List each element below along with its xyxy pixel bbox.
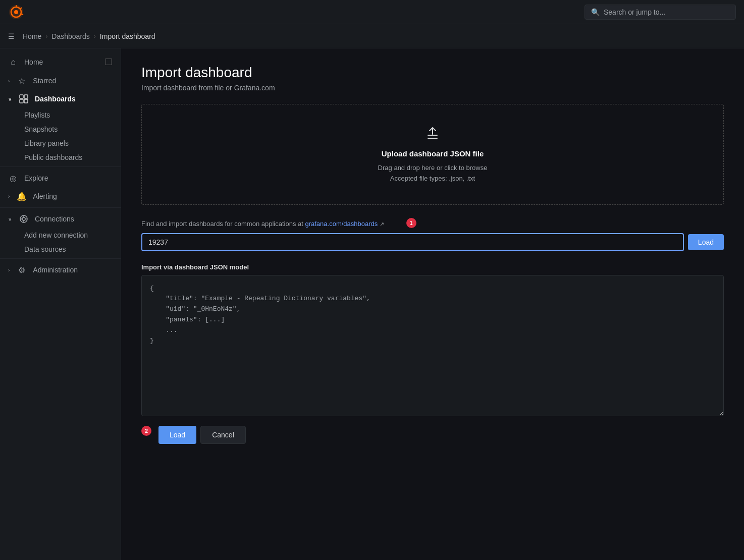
dashboards-icon — [19, 94, 29, 104]
find-import-label: Find and import dashboards for common ap… — [141, 219, 724, 229]
sidebar-label-administration: Administration — [33, 266, 78, 274]
star-icon: ☆ — [17, 76, 27, 86]
svg-rect-6 — [20, 95, 23, 98]
connections-icon — [19, 214, 29, 224]
sidebar-item-library-panels[interactable]: Library panels — [24, 136, 121, 150]
breadcrumb-current: Import dashboard — [100, 32, 155, 40]
dashboards-chevron-icon: ∨ — [8, 96, 12, 102]
sidebar-item-alerting[interactable]: › 🔔 Alerting — [0, 187, 121, 205]
action-row: 2 Load Cancel — [141, 426, 724, 444]
json-model-section: Import via dashboard JSON model { "title… — [141, 263, 724, 418]
upload-zone[interactable]: Upload dashboard JSON file Drag and drop… — [141, 104, 724, 205]
svg-rect-9 — [24, 99, 28, 103]
sidebar-submenu-dashboards: Playlists Snapshots Library panels Publi… — [0, 108, 121, 164]
sidebar-label-explore: Explore — [24, 174, 48, 182]
sidebar-item-connections[interactable]: ∨ Connections — [0, 210, 121, 228]
dashboard-id-input[interactable] — [141, 233, 684, 251]
sidebar: ⌂ Home ☐ › ☆ Starred ∨ Dashboards — [0, 48, 121, 560]
panel-toggle-icon[interactable]: ☐ — [104, 57, 113, 68]
svg-rect-18 — [428, 138, 438, 139]
main-content: Import dashboard Import dashboard from f… — [121, 48, 744, 560]
step-badge-1: 1 — [406, 218, 416, 228]
svg-point-11 — [22, 217, 25, 220]
upload-description: Drag and drop here or click to browse Ac… — [378, 163, 488, 184]
breadcrumb-home[interactable]: Home — [23, 32, 41, 40]
topbar-left — [8, 4, 24, 20]
explore-icon: ◎ — [8, 173, 18, 183]
starred-chevron-icon: › — [8, 78, 10, 84]
sidebar-label-add-new-connection: Add new connection — [24, 231, 88, 239]
sidebar-divider-3 — [0, 258, 121, 259]
sidebar-divider-2 — [0, 207, 121, 208]
sidebar-item-snapshots[interactable]: Snapshots — [24, 122, 121, 136]
sidebar-item-starred[interactable]: › ☆ Starred — [0, 72, 121, 90]
breadcrumb-dashboards[interactable]: Dashboards — [51, 32, 90, 40]
grafana-logo-icon — [8, 4, 24, 20]
find-import-section: Find and import dashboards for common ap… — [141, 219, 724, 251]
sidebar-label-snapshots: Snapshots — [24, 125, 58, 133]
json-model-label: Import via dashboard JSON model — [141, 263, 724, 271]
page-title: Import dashboard — [141, 65, 724, 81]
breadcrumb-bar: ☰ Home › Dashboards › Import dashboard — [0, 24, 744, 48]
connections-chevron-icon: ∨ — [8, 216, 12, 222]
sidebar-divider-1 — [0, 166, 121, 167]
sidebar-item-administration[interactable]: › ⚙ Administration — [0, 261, 121, 279]
sidebar-label-alerting: Alerting — [33, 192, 57, 200]
import-id-row: Load — [141, 233, 724, 251]
topbar: 🔍 Search or jump to... — [0, 0, 744, 24]
cancel-button[interactable]: Cancel — [200, 426, 246, 444]
alerting-chevron-icon: › — [8, 194, 10, 199]
sidebar-label-home: Home — [24, 58, 43, 66]
breadcrumb-sep-1: › — [45, 33, 47, 40]
sidebar-label-library-panels: Library panels — [24, 139, 69, 147]
sidebar-item-public-dashboards[interactable]: Public dashboards — [24, 150, 121, 164]
breadcrumb-sep-2: › — [94, 33, 96, 40]
sidebar-item-data-sources[interactable]: Data sources — [24, 242, 121, 256]
sidebar-item-dashboards[interactable]: ∨ Dashboards — [0, 90, 121, 108]
grafana-dashboards-link[interactable]: grafana.com/dashboards — [305, 220, 378, 228]
sidebar-item-playlists[interactable]: Playlists — [24, 108, 121, 122]
hamburger-menu-icon[interactable]: ☰ — [8, 32, 15, 40]
svg-rect-7 — [24, 95, 28, 98]
sidebar-label-connections: Connections — [35, 215, 74, 223]
sidebar-label-data-sources: Data sources — [24, 245, 66, 253]
search-bar[interactable]: 🔍 Search or jump to... — [584, 5, 736, 20]
sidebar-label-dashboards: Dashboards — [35, 95, 76, 103]
administration-chevron-icon: › — [8, 267, 10, 273]
upload-icon — [424, 125, 441, 144]
search-placeholder: Search or jump to... — [604, 8, 665, 16]
home-icon: ⌂ — [8, 57, 18, 67]
sidebar-item-add-new-connection[interactable]: Add new connection — [24, 228, 121, 242]
external-link-icon: ↗ — [380, 221, 384, 227]
search-icon: 🔍 — [591, 8, 600, 16]
layout: ⌂ Home ☐ › ☆ Starred ∨ Dashboards — [0, 48, 744, 560]
sidebar-label-public-dashboards: Public dashboards — [24, 153, 82, 161]
svg-rect-16 — [428, 135, 438, 136]
upload-desc-line2: Accepted file types: .json, .txt — [378, 174, 488, 184]
upload-desc-line1: Drag and drop here or click to browse — [378, 163, 488, 174]
svg-point-2 — [14, 10, 18, 14]
svg-rect-8 — [20, 99, 23, 103]
alerting-icon: 🔔 — [17, 191, 27, 201]
administration-icon: ⚙ — [17, 265, 27, 275]
load-button-inline[interactable]: Load — [688, 234, 724, 250]
upload-title: Upload dashboard JSON file — [382, 149, 484, 158]
sidebar-item-home[interactable]: ⌂ Home ☐ — [0, 52, 121, 72]
sidebar-item-explore[interactable]: ◎ Explore — [0, 169, 121, 187]
sidebar-label-playlists: Playlists — [24, 111, 50, 119]
svg-line-5 — [21, 14, 23, 15]
json-model-textarea[interactable]: { "title": "Example - Repeating Dictiona… — [141, 275, 724, 416]
sidebar-label-starred: Starred — [33, 77, 56, 85]
step-badge-2: 2 — [141, 426, 151, 436]
page-subtitle: Import dashboard from file or Grafana.co… — [141, 84, 724, 92]
find-label-text: Find and import dashboards for common ap… — [141, 220, 303, 228]
load-button[interactable]: Load — [158, 426, 196, 444]
sidebar-submenu-connections: Add new connection Data sources — [0, 228, 121, 256]
